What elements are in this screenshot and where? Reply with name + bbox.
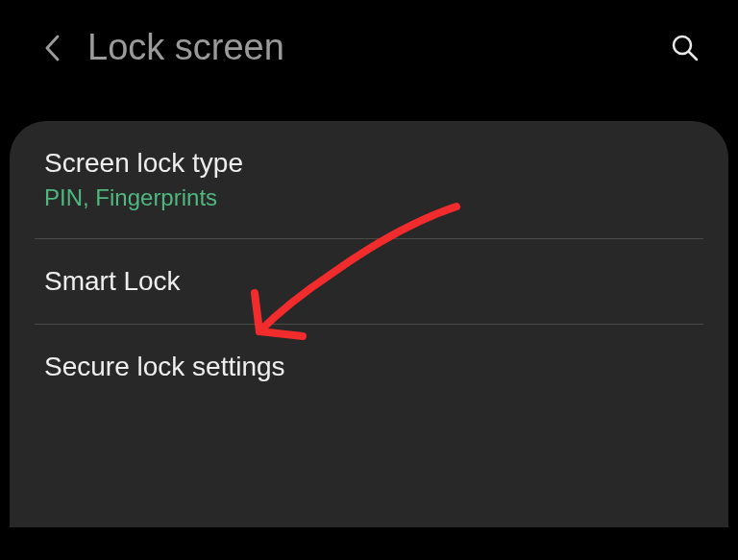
chevron-left-icon [43, 34, 61, 62]
item-subtitle: PIN, Fingerprints [44, 184, 694, 211]
header: Lock screen [0, 0, 738, 87]
svg-line-1 [689, 52, 697, 60]
search-button[interactable] [671, 34, 700, 62]
search-icon [671, 34, 700, 62]
item-title: Secure lock settings [44, 352, 694, 382]
back-button[interactable] [43, 34, 61, 62]
secure-lock-settings-item[interactable]: Secure lock settings [10, 325, 728, 409]
header-left: Lock screen [43, 27, 284, 68]
page-title: Lock screen [87, 27, 284, 68]
settings-panel: Screen lock type PIN, Fingerprints Smart… [10, 121, 728, 527]
smart-lock-item[interactable]: Smart Lock [10, 239, 728, 324]
item-title: Smart Lock [44, 266, 694, 297]
item-title: Screen lock type [44, 148, 694, 179]
screen-lock-type-item[interactable]: Screen lock type PIN, Fingerprints [10, 121, 728, 238]
